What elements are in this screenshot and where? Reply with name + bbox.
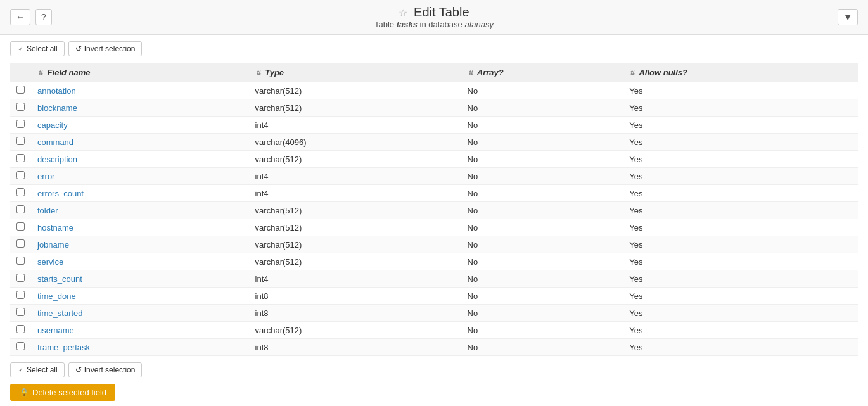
- row-type: varchar(512): [249, 82, 461, 99]
- row-allow-nulls: Yes: [623, 219, 858, 236]
- row-field-name: frame_pertask: [31, 339, 249, 356]
- row-allow-nulls: Yes: [623, 202, 858, 219]
- row-array: No: [461, 134, 623, 151]
- row-array: No: [461, 305, 623, 322]
- row-array: No: [461, 253, 623, 270]
- row-type: int8: [249, 339, 461, 356]
- field-name-link[interactable]: annotation: [37, 86, 76, 96]
- row-checkbox-cell: [10, 82, 31, 99]
- table-row: hostname varchar(512) No Yes: [10, 219, 858, 236]
- table-row: error int4 No Yes: [10, 168, 858, 185]
- row-type: int4: [249, 185, 461, 202]
- field-name-link[interactable]: username: [37, 326, 74, 335]
- field-name-link[interactable]: capacity: [37, 120, 68, 130]
- row-checkbox-cell: [10, 236, 31, 253]
- row-allow-nulls: Yes: [623, 253, 858, 270]
- table-row: service varchar(512) No Yes: [10, 253, 858, 270]
- row-checkbox-cell: [10, 185, 31, 202]
- main-content: ☑ Select all ↺ Invert selection ⇅ Field …: [0, 35, 868, 406]
- field-name-link[interactable]: time_done: [37, 291, 76, 301]
- row-checkbox-cell: [10, 134, 31, 151]
- row-array: No: [461, 236, 623, 253]
- row-checkbox[interactable]: [16, 291, 25, 299]
- row-checkbox[interactable]: [16, 308, 25, 316]
- row-type: int4: [249, 168, 461, 185]
- row-field-name: time_done: [31, 288, 249, 305]
- select-all-button-top[interactable]: ☑ Select all: [10, 41, 65, 56]
- row-array: No: [461, 99, 623, 117]
- select-all-button-bottom[interactable]: ☑ Select all: [10, 362, 65, 377]
- field-name-link[interactable]: errors_count: [37, 189, 84, 198]
- help-button[interactable]: ?: [35, 9, 52, 25]
- back-button[interactable]: ←: [10, 9, 30, 25]
- field-name-link[interactable]: error: [37, 172, 54, 181]
- field-name-link[interactable]: frame_pertask: [37, 343, 90, 352]
- row-checkbox[interactable]: [16, 274, 25, 282]
- row-allow-nulls: Yes: [623, 288, 858, 305]
- row-checkbox-cell: [10, 202, 31, 219]
- row-checkbox[interactable]: [16, 154, 25, 162]
- row-type: int4: [249, 117, 461, 134]
- field-name-link[interactable]: description: [37, 155, 77, 164]
- row-allow-nulls: Yes: [623, 117, 858, 134]
- row-checkbox[interactable]: [16, 342, 25, 350]
- row-allow-nulls: Yes: [623, 185, 858, 202]
- row-array: No: [461, 339, 623, 356]
- invert-selection-button-bottom[interactable]: ↺ Invert selection: [68, 362, 143, 377]
- field-name-link[interactable]: blockname: [37, 103, 77, 113]
- field-name-link[interactable]: jobname: [37, 240, 69, 250]
- delete-field-button[interactable]: 🔒 Delete selected field: [10, 384, 115, 401]
- sort-icon-field: ⇅: [37, 70, 42, 77]
- invert-selection-button-top[interactable]: ↺ Invert selection: [68, 41, 143, 56]
- table-row: frame_pertask int8 No Yes: [10, 339, 858, 356]
- header-left-controls: ← ?: [10, 9, 61, 25]
- row-allow-nulls: Yes: [623, 236, 858, 253]
- row-checkbox[interactable]: [16, 137, 25, 145]
- row-checkbox-cell: [10, 151, 31, 168]
- row-checkbox[interactable]: [16, 103, 25, 111]
- row-array: No: [461, 151, 623, 168]
- field-name-link[interactable]: service: [37, 257, 63, 267]
- table-row: time_started int8 No Yes: [10, 305, 858, 322]
- table-row: jobname varchar(512) No Yes: [10, 236, 858, 253]
- row-checkbox-cell: [10, 117, 31, 134]
- row-checkbox[interactable]: [16, 239, 25, 248]
- row-array: No: [461, 219, 623, 236]
- field-name-link[interactable]: starts_count: [37, 274, 82, 284]
- row-type: varchar(512): [249, 151, 461, 168]
- row-checkbox-cell: [10, 322, 31, 339]
- sort-icon-array: ⇅: [468, 70, 473, 77]
- header-field-name: ⇅ Field name: [31, 63, 249, 82]
- row-checkbox[interactable]: [16, 205, 25, 213]
- table-row: errors_count int4 No Yes: [10, 185, 858, 202]
- field-name-link[interactable]: hostname: [37, 223, 73, 232]
- row-checkbox[interactable]: [16, 222, 25, 231]
- table-row: annotation varchar(512) No Yes: [10, 82, 858, 99]
- top-toolbar: ☑ Select all ↺ Invert selection: [10, 41, 858, 56]
- field-name-link[interactable]: folder: [37, 206, 58, 215]
- title-text: Edit Table: [414, 5, 469, 19]
- page-title: ☆ Edit Table: [61, 5, 807, 20]
- row-field-name: description: [31, 151, 249, 168]
- header-array: ⇅ Array?: [461, 63, 623, 82]
- row-checkbox[interactable]: [16, 120, 25, 128]
- row-type: int8: [249, 305, 461, 322]
- filter-button[interactable]: ▼: [838, 9, 858, 25]
- row-checkbox[interactable]: [16, 171, 25, 179]
- row-checkbox[interactable]: [16, 86, 25, 94]
- row-checkbox[interactable]: [16, 325, 25, 333]
- header-center: ☆ Edit Table Table tasks in database afa…: [61, 5, 807, 29]
- row-type: varchar(4096): [249, 134, 461, 151]
- row-field-name: time_started: [31, 305, 249, 322]
- header-allow-nulls: ⇅ Allow nulls?: [623, 63, 858, 82]
- header-type: ⇅ Type: [249, 63, 461, 82]
- row-allow-nulls: Yes: [623, 151, 858, 168]
- table-row: blockname varchar(512) No Yes: [10, 99, 858, 117]
- row-array: No: [461, 117, 623, 134]
- row-field-name: service: [31, 253, 249, 270]
- field-name-link[interactable]: time_started: [37, 308, 83, 318]
- row-allow-nulls: Yes: [623, 99, 858, 117]
- row-checkbox[interactable]: [16, 257, 25, 265]
- row-checkbox[interactable]: [16, 188, 25, 196]
- field-name-link[interactable]: command: [37, 137, 73, 147]
